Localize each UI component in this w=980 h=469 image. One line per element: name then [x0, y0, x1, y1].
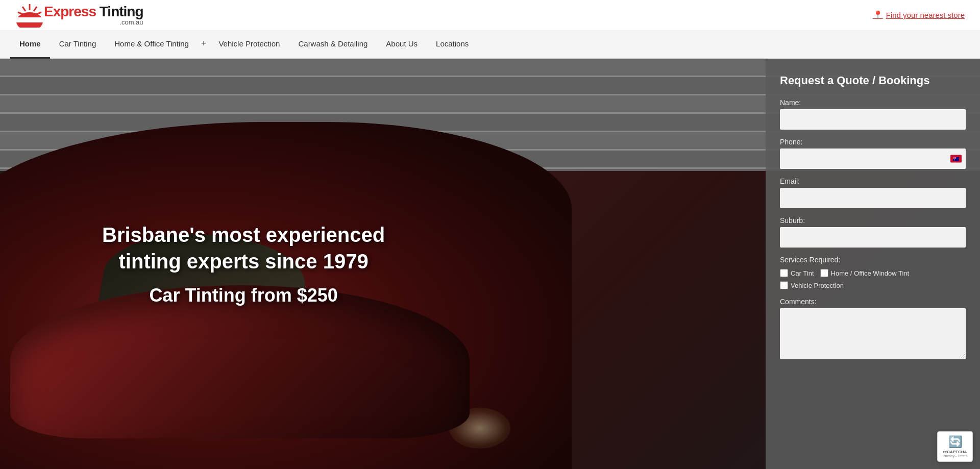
- logo-express: Express: [44, 4, 96, 19]
- recaptcha-logo-icon: 🔄: [948, 435, 962, 449]
- phone-wrapper: 🇦🇺: [780, 149, 966, 169]
- logo-subtitle: .com.au: [44, 19, 143, 26]
- recaptcha-badge: 🔄 reCAPTCHA Privacy - Terms: [937, 431, 973, 462]
- logo-icon: [15, 3, 44, 28]
- topbar: Express Tinting .com.au 📍 Find your near…: [0, 0, 980, 31]
- hero-text-block: Brisbane's most experiencedtinting exper…: [102, 221, 385, 306]
- phone-label: Phone:: [780, 138, 966, 146]
- home-office-tint-label: Home / Office Window Tint: [831, 269, 910, 277]
- phone-flag-icon: 🇦🇺: [950, 155, 962, 163]
- svg-line-4: [34, 7, 37, 11]
- email-input[interactable]: [780, 188, 966, 208]
- name-label: Name:: [780, 98, 966, 107]
- svg-line-6: [36, 12, 41, 14]
- hero-section: 🐴 Brisbane's most experiencedtinting exp…: [0, 59, 980, 469]
- vehicle-protection-checkbox[interactable]: [780, 281, 788, 289]
- hero-headline: Brisbane's most experiencedtinting exper…: [102, 221, 385, 275]
- services-field-group: Services Required: Car Tint Home / Offic…: [780, 256, 966, 289]
- find-store-label: Find your nearest store: [886, 11, 965, 19]
- svg-line-3: [22, 7, 26, 11]
- comments-textarea[interactable]: [780, 308, 966, 359]
- recaptcha-label: reCAPTCHA: [943, 450, 967, 454]
- phone-input[interactable]: [780, 149, 966, 169]
- svg-rect-1: [16, 17, 43, 22]
- logo-tinting-word: Tinting: [96, 4, 143, 19]
- service-home-office-tint[interactable]: Home / Office Window Tint: [820, 269, 910, 277]
- suburb-label: Suburb:: [780, 216, 966, 225]
- suburb-input[interactable]: [780, 227, 966, 248]
- nav-vehicle-protection[interactable]: Vehicle Protection: [209, 31, 289, 59]
- nav-about-us[interactable]: About Us: [377, 31, 427, 59]
- recaptcha-subtext: Privacy - Terms: [943, 454, 967, 458]
- comments-label: Comments:: [780, 298, 966, 306]
- phone-field-group: Phone: 🇦🇺: [780, 138, 966, 169]
- services-checkboxes-row2: Vehicle Protection: [780, 281, 966, 289]
- nav-car-tinting[interactable]: Car Tinting: [50, 31, 106, 59]
- comments-field-group: Comments:: [780, 298, 966, 361]
- ferrari-badge: 🐴: [255, 372, 276, 392]
- email-label: Email:: [780, 177, 966, 185]
- services-label: Services Required:: [780, 256, 966, 264]
- service-vehicle-protection[interactable]: Vehicle Protection: [780, 281, 844, 289]
- vehicle-protection-label: Vehicle Protection: [791, 282, 844, 289]
- quote-form-title: Request a Quote / Bookings: [780, 74, 966, 87]
- logo-container: Express Tinting .com.au: [15, 3, 143, 28]
- nav-locations[interactable]: Locations: [427, 31, 478, 59]
- nav-home[interactable]: Home: [10, 31, 50, 59]
- pin-icon: 📍: [873, 10, 883, 20]
- home-office-tint-checkbox[interactable]: [820, 269, 828, 277]
- email-field-group: Email:: [780, 177, 966, 208]
- hero-subtext: Car Tinting from $250: [102, 285, 385, 306]
- car-tint-label: Car Tint: [791, 269, 814, 277]
- svg-line-5: [18, 12, 23, 14]
- car-headlight: [449, 408, 510, 449]
- name-field-group: Name:: [780, 98, 966, 130]
- services-checkboxes-row1: Car Tint Home / Office Window Tint: [780, 269, 966, 277]
- service-car-tint[interactable]: Car Tint: [780, 269, 814, 277]
- car-tint-checkbox[interactable]: [780, 269, 788, 277]
- navbar: Home Car Tinting Home & Office Tinting +…: [0, 31, 980, 59]
- nav-plus-button[interactable]: +: [198, 31, 210, 59]
- suburb-field-group: Suburb:: [780, 216, 966, 248]
- quote-form-panel: Request a Quote / Bookings Name: Phone: …: [766, 59, 980, 469]
- nav-home-office-tinting[interactable]: Home & Office Tinting: [105, 31, 198, 59]
- name-input[interactable]: [780, 109, 966, 130]
- find-store-link[interactable]: 📍 Find your nearest store: [873, 10, 965, 20]
- nav-carwash-detailing[interactable]: Carwash & Detailing: [289, 31, 377, 59]
